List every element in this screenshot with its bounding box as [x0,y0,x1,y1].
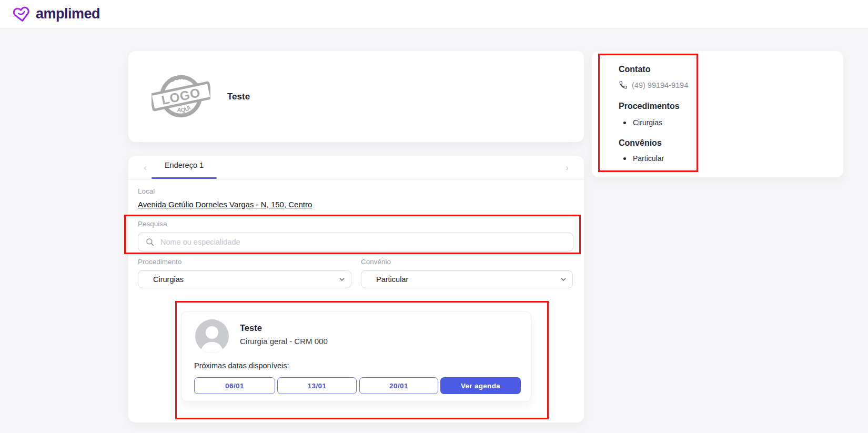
insurance-item-label: Particular [633,154,664,163]
contact-card: Contato (49) 99194-9194 Procedimentos Ci… [592,51,843,177]
page: amplimed LOGO · SUA · AQUI [0,0,868,433]
avatar [195,319,229,353]
professional-name: Teste [240,323,262,333]
procedure-item-label: Cirurgias [633,118,662,127]
search-field-wrapper [138,233,573,251]
phone-icon [619,80,628,89]
insurance-select-wrapper: Particular [361,270,573,288]
contact-heading: Contato [619,65,650,74]
person-silhouette-icon [195,319,229,353]
bullet-icon [623,157,626,160]
date-button-1[interactable]: 06/01 [194,377,275,394]
clinic-name: Teste [227,92,250,102]
app-header: amplimed [0,0,868,28]
bullet-icon [623,122,626,124]
available-dates-label: Próximas datas disponíveis: [194,361,289,370]
phone-row: (49) 99194-9194 [619,80,688,89]
phone-number: (49) 99194-9194 [632,81,688,89]
tab-divider [128,179,584,179]
insurance-label: Convênio [361,258,391,266]
professional-card: Teste Cirurgia geral - CRM 000 Próximas … [181,311,531,401]
view-agenda-button[interactable]: Ver agenda [440,377,521,394]
placeholder-logo-stamp: LOGO · SUA · AQUI [152,70,210,123]
search-input[interactable] [138,233,573,251]
address-link[interactable]: Avenida Getúlio Dorneles Vargas - N, 150… [138,200,312,209]
procedures-heading: Procedimentos [619,102,680,111]
procedure-label: Procedimento [138,258,181,266]
search-label: Pesquisa [138,220,167,228]
brand-logo: amplimed [13,6,100,23]
procedure-select-wrapper: Cirurgias [138,270,351,288]
brand-wordmark: amplimed [36,6,100,22]
clinic-card: LOGO · SUA · AQUI Teste [128,51,584,142]
tab-next-chevron-icon[interactable]: › [562,163,572,173]
procedure-list-item: Cirurgias [623,118,662,127]
procedure-select[interactable]: Cirurgias [138,270,351,288]
insurance-select[interactable]: Particular [361,270,573,288]
date-button-3[interactable]: 20/01 [359,377,438,394]
tab-prev-chevron-icon[interactable]: ‹ [140,163,150,173]
date-button-2[interactable]: 13/01 [277,377,357,394]
insurances-heading: Convênios [619,138,662,148]
tab-endereco-1[interactable]: Endereço 1 [152,161,217,169]
insurance-list-item: Particular [623,154,664,163]
professional-specialty: Cirurgia geral - CRM 000 [240,337,328,346]
local-label: Local [138,187,155,195]
address-card: ‹ Endereço 1 › Local Avenida Getúlio Dor… [128,156,584,422]
heart-logo-icon [13,6,31,23]
